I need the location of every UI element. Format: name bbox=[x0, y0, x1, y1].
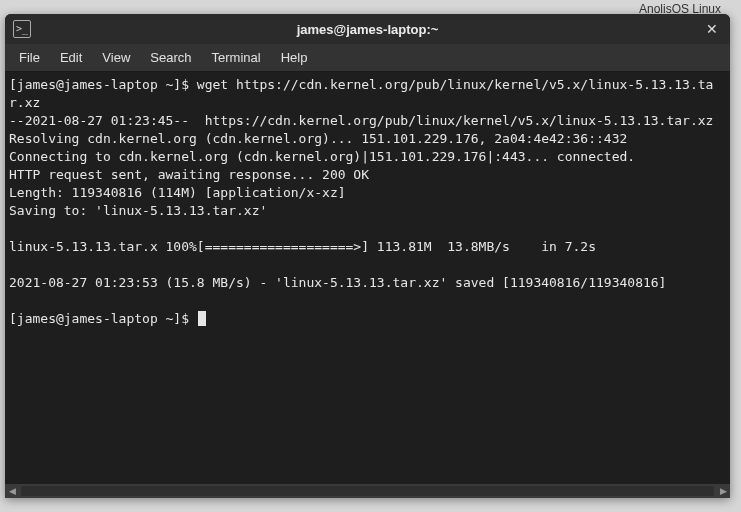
menubar: File Edit View Search Terminal Help bbox=[5, 44, 730, 72]
prompt-2: [james@james-laptop ~]$ bbox=[9, 311, 197, 326]
menu-view[interactable]: View bbox=[92, 46, 140, 69]
scroll-track[interactable] bbox=[21, 486, 714, 496]
menu-edit[interactable]: Edit bbox=[50, 46, 92, 69]
horizontal-scrollbar[interactable]: ◀ ▶ bbox=[5, 484, 730, 498]
terminal-icon-glyph: >_ bbox=[16, 24, 28, 34]
scroll-left-icon[interactable]: ◀ bbox=[5, 484, 19, 498]
terminal-body[interactable]: [james@james-laptop ~]$ wget https://cdn… bbox=[5, 72, 730, 498]
close-button[interactable]: ✕ bbox=[700, 17, 724, 41]
window-title: james@james-laptop:~ bbox=[5, 22, 730, 37]
cursor bbox=[198, 311, 206, 326]
menu-search[interactable]: Search bbox=[140, 46, 201, 69]
scroll-right-icon[interactable]: ▶ bbox=[716, 484, 730, 498]
terminal-window: >_ james@james-laptop:~ ✕ File Edit View… bbox=[5, 14, 730, 498]
titlebar[interactable]: >_ james@james-laptop:~ ✕ bbox=[5, 14, 730, 44]
menu-file[interactable]: File bbox=[9, 46, 50, 69]
wget-output: --2021-08-27 01:23:45-- https://cdn.kern… bbox=[9, 113, 713, 290]
menu-help[interactable]: Help bbox=[271, 46, 318, 69]
terminal-icon: >_ bbox=[13, 20, 31, 38]
menu-terminal[interactable]: Terminal bbox=[202, 46, 271, 69]
close-icon: ✕ bbox=[706, 21, 718, 37]
prompt-1: [james@james-laptop ~]$ bbox=[9, 77, 197, 92]
